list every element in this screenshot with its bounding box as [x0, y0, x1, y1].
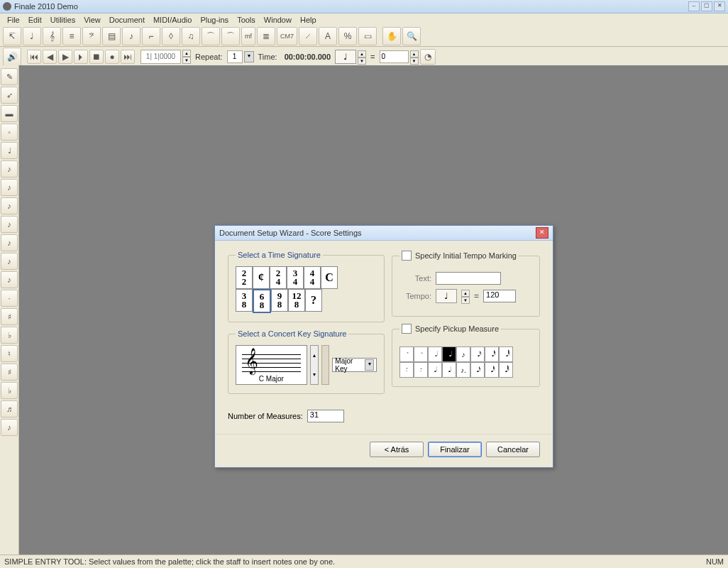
pal-7[interactable]: ♪ [1, 197, 18, 214]
menu-plugins[interactable]: Plug-ins [196, 16, 233, 24]
key-spinner[interactable]: ▴▾ [310, 345, 319, 385]
pal-4[interactable]: ♩ [1, 142, 18, 159]
pickup-checkbox[interactable] [402, 324, 412, 334]
tempo-note-select[interactable]: ♩ [335, 50, 356, 64]
pal-natural-icon[interactable]: ♮ [1, 345, 18, 362]
time-sig-2/4[interactable]: 24 [270, 266, 287, 289]
tool-staff-icon[interactable]: ♩ [23, 27, 41, 45]
key-slider[interactable] [321, 345, 329, 385]
menu-tools[interactable]: Tools [233, 16, 260, 24]
pal-0[interactable]: ✎ [1, 68, 18, 85]
pal-1[interactable]: ➶ [1, 87, 18, 104]
pal-5[interactable]: ♪ [1, 160, 18, 178]
menu-window[interactable]: Window [260, 16, 296, 24]
menu-midi-audio[interactable]: MIDI/Audio [149, 16, 196, 24]
time-sig-4/4[interactable]: 44 [304, 266, 321, 289]
pb-first-icon[interactable]: ⏮ [27, 50, 41, 64]
pickup-1-3[interactable]: 𝅘𝅥. [442, 362, 456, 378]
tempo-checkbox[interactable] [402, 251, 412, 261]
tool-smart-icon[interactable]: ◊ [162, 27, 180, 45]
time-sig-12/8[interactable]: 128 [288, 289, 305, 312]
tool-hand-icon[interactable]: ✋ [382, 27, 401, 45]
pal-last[interactable]: ♪ [1, 419, 18, 436]
time-sig-?[interactable]: ? [305, 289, 322, 312]
menu-help[interactable]: Help [296, 16, 321, 24]
tool-note-icon[interactable]: ♪ [122, 27, 140, 45]
time-sig-3/4[interactable]: 34 [287, 266, 304, 289]
pickup-1-5[interactable]: 𝅘𝅥𝅯. [470, 362, 485, 378]
menu-view[interactable]: View [79, 16, 105, 24]
finish-button[interactable]: Finalizar [428, 442, 482, 457]
pickup-1-0[interactable]: 𝄻. [399, 362, 414, 378]
tool-tie-icon[interactable]: ⌒ [221, 27, 240, 45]
metronome-icon[interactable]: ◔ [420, 49, 436, 65]
counter-spinner[interactable]: ▲▼ [182, 50, 191, 64]
pb-rec-icon[interactable]: ● [105, 50, 119, 64]
time-sig-9/8[interactable]: 98 [271, 289, 288, 312]
tool-chordname-icon[interactable]: CM7 [277, 27, 297, 45]
pal-grace-icon[interactable]: ♬ [1, 400, 18, 417]
pb-stop-icon[interactable]: ⏹ [89, 50, 104, 64]
pickup-0-6[interactable]: 𝅘𝅥𝅰 [485, 346, 499, 362]
pal-sharp-icon[interactable]: ♯ [1, 308, 18, 325]
time-sig-C[interactable]: C [321, 266, 338, 289]
pal-8[interactable]: ♪ [1, 216, 18, 233]
pal-6[interactable]: ♪ [1, 179, 18, 196]
repeat-dropdown[interactable]: ▾ [244, 51, 254, 62]
pickup-1-6[interactable]: 𝅘𝅥𝅰. [485, 362, 499, 378]
time-sig-2/2[interactable]: 22 [236, 266, 253, 289]
tempo-note-spinner[interactable]: ▲▼ [358, 50, 366, 63]
time-sig-¢[interactable]: ¢ [253, 266, 270, 289]
pal-flat-icon[interactable]: ♭ [1, 327, 18, 344]
pickup-1-1[interactable]: 𝄼. [414, 362, 428, 378]
pickup-0-7[interactable]: 𝅘𝅥𝅱 [499, 346, 513, 362]
pickup-1-7[interactable]: 𝅘𝅥𝅱. [499, 362, 513, 378]
tool-tuplet-icon[interactable]: ⌐ [142, 27, 160, 45]
time-sig-3/8[interactable]: 38 [236, 289, 253, 312]
tempo-text-input[interactable] [436, 272, 501, 285]
tempo-note-spin[interactable]: ▲▼ [461, 290, 470, 302]
tool-text-icon[interactable]: A [319, 27, 337, 45]
pal-3[interactable]: ◦ [1, 124, 18, 141]
tool-expression-icon[interactable]: mf [241, 27, 255, 45]
close-button[interactable]: ✕ [714, 1, 725, 11]
tempo-value-input[interactable]: 120 [483, 290, 516, 302]
back-button[interactable]: < Atrás [370, 442, 424, 457]
tempo-box[interactable]: 0 [380, 50, 409, 63]
tool-articulation-icon[interactable]: ≣ [257, 27, 275, 45]
score-canvas[interactable]: Document Setup Wizard - Score Settings ✕… [19, 65, 728, 555]
dialog-close-button[interactable]: ✕ [536, 227, 548, 239]
pickup-0-2[interactable]: 𝅗𝅥 [428, 346, 442, 362]
tool-lyric-icon[interactable]: ⟋ [299, 27, 317, 45]
pickup-0-0[interactable]: 𝄻 [399, 346, 414, 362]
tool-key-icon[interactable]: ▤ [102, 27, 121, 45]
tool-treble-icon[interactable]: 𝄞 [43, 27, 61, 45]
pb-play-icon[interactable]: ▶ [58, 50, 72, 64]
pickup-1-4[interactable]: ♪. [456, 362, 470, 378]
repeat-value[interactable]: 1 [227, 50, 243, 63]
key-mode-combo[interactable]: Major Key ▾ [332, 358, 377, 372]
tool-bass-icon[interactable]: 𝄢 [82, 27, 101, 45]
pickup-1-2[interactable]: 𝅗𝅥. [428, 362, 442, 378]
pal-11[interactable]: ♪ [1, 271, 18, 288]
tool-measure-icon[interactable]: ≡ [62, 27, 81, 45]
tool-zoom-icon[interactable]: 🔍 [402, 27, 421, 45]
menu-utilities[interactable]: Utilities [46, 16, 79, 24]
tempo-note[interactable]: ♩ [436, 289, 457, 303]
speaker-icon[interactable]: 🔊 [3, 48, 21, 66]
tempo-spinner[interactable]: ▲▼ [410, 50, 419, 63]
tool-select-icon[interactable]: ↸ [3, 27, 21, 45]
pal-9[interactable]: ♪ [1, 234, 18, 251]
menu-document[interactable]: Document [105, 16, 149, 24]
time-sig-6/8[interactable]: 68 [253, 289, 271, 313]
pal-dflat-icon[interactable]: ♭ [1, 382, 18, 399]
menu-edit[interactable]: Edit [24, 16, 46, 24]
tool-slur-icon[interactable]: ⌒ [202, 27, 220, 45]
pal-2[interactable]: ▬ [1, 105, 18, 122]
minimize-button[interactable]: – [688, 1, 700, 11]
menu-file[interactable]: File [3, 16, 24, 24]
dialog-title-bar[interactable]: Document Setup Wizard - Score Settings ✕ [215, 226, 553, 241]
pal-dsharp-icon[interactable]: ♯ [1, 364, 18, 381]
measures-input[interactable]: 31 [307, 410, 344, 422]
pb-rew-icon[interactable]: ◀ [43, 50, 57, 64]
